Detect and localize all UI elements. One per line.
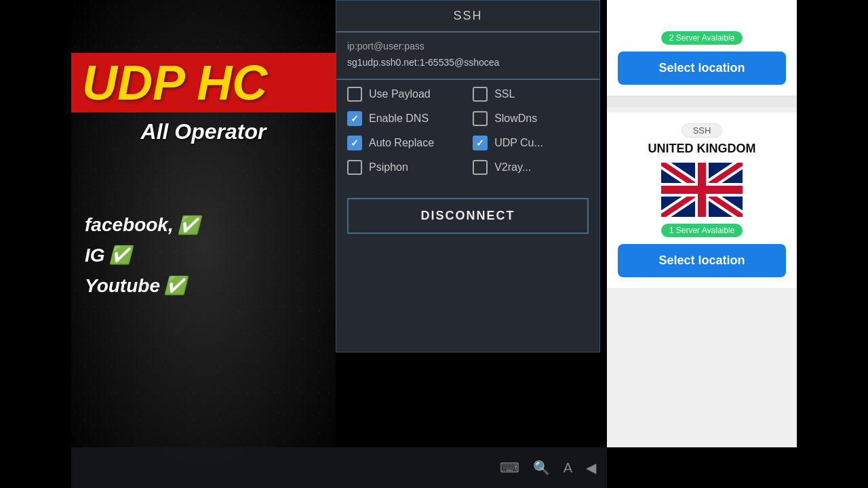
option-auto-replace[interactable]: Auto Replace xyxy=(347,136,463,150)
main-content: UDP HC All Operator facebook, ✅ IG ✅ You… xyxy=(71,0,797,488)
uk-flag-container xyxy=(661,163,743,217)
checkbox-udp-custom[interactable] xyxy=(473,136,488,150)
checkbox-psiphon[interactable] xyxy=(347,160,362,175)
select-location-button-2[interactable]: Select location xyxy=(618,244,786,277)
select-location-button-1[interactable]: Select location xyxy=(618,52,786,85)
udp-banner: UDP HC All Operator xyxy=(71,53,336,141)
label-use-payload: Use Payload xyxy=(369,88,431,100)
keyboard-icon[interactable]: ⌨ xyxy=(500,460,519,476)
server-available-badge-1: 2 Server Avalaible xyxy=(661,31,743,45)
option-row-1: Use Payload SSL xyxy=(347,87,589,102)
checkbox-enable-dns[interactable] xyxy=(347,111,362,126)
country-name: UNITED KINGDOM xyxy=(618,142,786,156)
label-enable-dns: Enable DNS xyxy=(369,113,429,125)
ssh-input-section: ip:port@user:pass sg1udp.ssh0.net:1-6553… xyxy=(336,33,599,80)
svg-rect-8 xyxy=(698,163,706,217)
server-card-top-spacer xyxy=(618,5,786,26)
option-psiphon[interactable]: Psiphon xyxy=(347,160,463,175)
label-psiphon: Psiphon xyxy=(369,161,408,174)
checkbox-auto-replace[interactable] xyxy=(347,136,362,150)
label-slowdns: SlowDns xyxy=(494,113,537,125)
option-enable-dns[interactable]: Enable DNS xyxy=(347,111,463,126)
ssh-input-label: ip:port@user:pass xyxy=(347,41,589,52)
option-v2ray[interactable]: V2ray... xyxy=(473,160,589,175)
label-ssl: SSL xyxy=(494,88,515,100)
label-v2ray: V2ray... xyxy=(494,161,531,174)
option-slowdns[interactable]: SlowDns xyxy=(473,111,589,126)
black-bar-right xyxy=(797,0,868,488)
option-ssl[interactable]: SSL xyxy=(473,87,589,102)
ig-check: ✅ xyxy=(109,241,131,270)
server-card-1: 2 Server Avalaible Select location xyxy=(607,0,797,96)
checkbox-slowdns[interactable] xyxy=(473,111,488,126)
social-list: facebook, ✅ IG ✅ Youtube ✅ xyxy=(78,210,199,301)
right-panel: 2 Server Avalaible Select location SSH U… xyxy=(607,0,797,447)
ssh-options: Use Payload SSL Enable DNS SlowDns xyxy=(336,80,599,191)
brand-title: UDP HC xyxy=(82,58,325,107)
ssh-input-value[interactable]: sg1udp.ssh0.net:1-65535@sshocea xyxy=(347,54,589,70)
back-icon[interactable]: ◀ xyxy=(586,460,596,476)
option-row-2: Enable DNS SlowDns xyxy=(347,111,589,126)
black-bar-left xyxy=(0,0,71,488)
checkbox-use-payload[interactable] xyxy=(347,87,362,102)
disconnect-button[interactable]: DISCONNECT xyxy=(347,198,589,234)
option-udp-custom[interactable]: UDP Cu... xyxy=(473,136,589,150)
option-row-4: Psiphon V2ray... xyxy=(347,160,589,175)
server-available-badge-2: 1 Server Avalaible xyxy=(661,224,743,237)
social-item-ig: IG ✅ xyxy=(85,241,199,271)
social-item-facebook: facebook, ✅ xyxy=(85,210,199,241)
udp-banner-red: UDP HC xyxy=(71,53,336,113)
bottom-keyboard-bar: ⌨ 🔍 A ◀ xyxy=(71,447,607,488)
uk-flag-svg xyxy=(661,163,743,217)
youtube-check: ✅ xyxy=(164,272,186,300)
option-row-3: Auto Replace UDP Cu... xyxy=(347,136,589,150)
text-icon[interactable]: A xyxy=(564,460,572,476)
ssh-panel: SSH ip:port@user:pass sg1udp.ssh0.net:1-… xyxy=(336,0,600,352)
social-item-youtube: Youtube ✅ xyxy=(85,271,199,302)
search-icon-bottom[interactable]: 🔍 xyxy=(533,460,550,476)
facebook-check: ✅ xyxy=(178,211,199,240)
left-background: UDP HC All Operator facebook, ✅ IG ✅ You… xyxy=(71,0,336,488)
option-use-payload[interactable]: Use Payload xyxy=(347,87,463,102)
server-card-uk: SSH UNITED KINGDOM xyxy=(607,113,797,288)
ssh-header: SSH xyxy=(336,1,599,33)
label-udp-custom: UDP Cu... xyxy=(494,137,543,149)
card-divider xyxy=(607,96,797,107)
checkbox-ssl[interactable] xyxy=(473,87,488,102)
label-auto-replace: Auto Replace xyxy=(369,137,434,149)
ssh-protocol-badge: SSH xyxy=(682,123,723,138)
checkbox-v2ray[interactable] xyxy=(473,160,488,175)
subtitle: All Operator xyxy=(71,119,336,144)
